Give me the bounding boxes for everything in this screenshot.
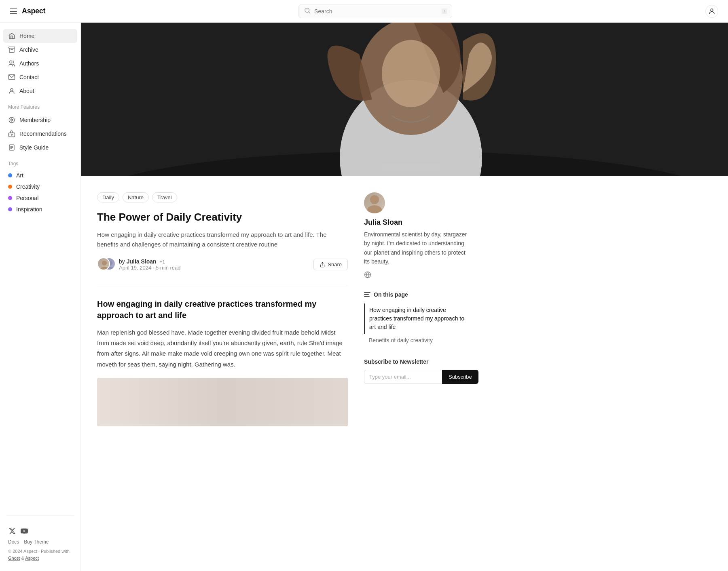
more-features-label: More Features: [0, 98, 80, 113]
svg-line-1: [309, 12, 310, 13]
svg-point-21: [382, 40, 440, 107]
sidebar-item-membership-label: Membership: [19, 117, 51, 123]
toc-item-1[interactable]: How engaging in daily creative practices…: [364, 303, 469, 334]
tag-daily[interactable]: Daily: [97, 192, 119, 202]
author-card-bio: Environmental scientist by day, stargaze…: [364, 230, 469, 266]
toc-section: On this page How engaging in daily creat…: [364, 291, 469, 347]
svg-point-11: [11, 134, 13, 135]
article-paragraph: Man replenish god blessed have. Made tog…: [97, 327, 348, 370]
article-read-time: 5 min read: [156, 265, 180, 271]
logo[interactable]: Aspect: [22, 7, 45, 15]
youtube-icon[interactable]: [20, 527, 28, 535]
tag-travel[interactable]: Travel: [152, 192, 177, 202]
tags-list: Art Creativity Personal Inspiration: [0, 170, 80, 215]
sidebar-item-home-label: Home: [19, 33, 34, 39]
article-section-title: How engaging in daily creative practices…: [97, 298, 348, 321]
newsletter-email-input[interactable]: [364, 370, 442, 384]
sidebar-footer-links: Docs Buy Theme: [8, 539, 72, 545]
recommendations-icon: [8, 130, 15, 137]
tag-personal-label: Personal: [16, 195, 38, 201]
membership-icon: [8, 116, 15, 124]
ghost-link[interactable]: Ghost: [8, 556, 20, 560]
app-wrapper: Aspect / Home: [0, 0, 728, 571]
twitter-x-icon[interactable]: [8, 527, 16, 535]
newsletter-subscribe-button[interactable]: Subscribe: [442, 370, 478, 384]
sidebar-item-recommendations[interactable]: Recommendations: [3, 127, 77, 141]
tag-personal[interactable]: Personal: [0, 192, 80, 204]
share-button[interactable]: Share: [313, 259, 348, 270]
sidebar-nav: Home Archive Authors: [0, 29, 80, 98]
article-body: Daily Nature Travel The Power of Daily C…: [81, 176, 566, 442]
svg-point-0: [305, 8, 309, 13]
tag-inspiration[interactable]: Inspiration: [0, 204, 80, 215]
svg-rect-10: [9, 133, 15, 137]
newsletter-title: Subscribe to Newsletter: [364, 358, 469, 365]
article-title: The Power of Daily Creativity: [97, 211, 348, 224]
sidebar-copyright: © 2024 Aspect · Published with Ghost & A…: [8, 548, 72, 561]
search-kbd: /: [442, 8, 447, 14]
sidebar-item-about[interactable]: About: [3, 84, 77, 98]
newsletter-section: Subscribe to Newsletter Subscribe: [364, 358, 469, 384]
sidebar-item-recommendations-label: Recommendations: [19, 131, 67, 137]
article-sidebar: Julia Sloan Environmental scientist by d…: [364, 192, 469, 426]
sidebar-item-style-guide[interactable]: Style Guide: [3, 141, 77, 154]
svg-point-24: [102, 261, 107, 265]
sidebar-item-home[interactable]: Home: [3, 29, 77, 43]
tag-inspiration-label: Inspiration: [16, 206, 42, 213]
search-input[interactable]: [314, 8, 438, 15]
svg-rect-19: [382, 164, 440, 172]
article-excerpt: How engaging in daily creative practices…: [97, 230, 348, 249]
svg-point-2: [711, 9, 713, 11]
svg-point-9: [11, 119, 13, 121]
author-name-link[interactable]: Julia Sloan: [127, 258, 157, 265]
tags-row: Daily Nature Travel: [97, 192, 348, 202]
article-meta: by Julia Sloan +1 April 19, 2024 · 5 min…: [97, 257, 348, 272]
toc-item-2[interactable]: Benefits of daily creativity: [364, 334, 469, 347]
author-globe-icon[interactable]: [364, 271, 469, 280]
article-date-read: April 19, 2024 · 5 min read: [119, 265, 181, 271]
sidebar-divider: [6, 515, 74, 516]
sidebar-item-membership[interactable]: Membership: [3, 113, 77, 127]
newsletter-form: Subscribe: [364, 370, 469, 384]
sidebar-item-archive[interactable]: Archive: [3, 43, 77, 57]
authors-icon: [8, 60, 15, 67]
about-icon: [8, 87, 15, 95]
sidebar-item-authors[interactable]: Authors: [3, 57, 77, 70]
home-icon: [8, 32, 15, 40]
aspect-link[interactable]: Aspect: [25, 556, 39, 560]
buy-theme-link[interactable]: Buy Theme: [24, 539, 49, 545]
svg-point-29: [370, 195, 379, 204]
toc-header: On this page: [364, 291, 469, 298]
author-info: by Julia Sloan +1 April 19, 2024 · 5 min…: [97, 257, 181, 272]
author-avatar-primary: [97, 257, 110, 270]
docs-link[interactable]: Docs: [8, 539, 19, 545]
header-left: Aspect: [10, 7, 45, 15]
sidebar: Home Archive Authors: [0, 23, 81, 571]
search-bar[interactable]: /: [298, 4, 452, 18]
personal-dot: [8, 196, 12, 200]
tag-nature[interactable]: Nature: [123, 192, 149, 202]
hamburger-icon[interactable]: [10, 8, 17, 14]
content-area: Daily Nature Travel The Power of Daily C…: [81, 23, 728, 571]
author-card-avatar: [364, 192, 385, 213]
contact-icon: [8, 74, 15, 81]
svg-rect-3: [9, 47, 15, 48]
toc-icon: [364, 292, 370, 297]
sidebar-item-contact[interactable]: Contact: [3, 70, 77, 84]
tag-creativity[interactable]: Creativity: [0, 181, 80, 192]
author-text: by Julia Sloan +1 April 19, 2024 · 5 min…: [119, 258, 181, 271]
archive-icon: [8, 46, 15, 53]
svg-point-8: [9, 117, 15, 123]
tag-art[interactable]: Art: [0, 170, 80, 181]
search-icon: [304, 7, 311, 15]
by-label: by: [119, 258, 125, 265]
sidebar-social: [8, 527, 72, 535]
author-name: Julia Sloan: [127, 258, 157, 265]
author-card-name: Julia Sloan: [364, 218, 469, 227]
sidebar-item-authors-label: Authors: [19, 60, 39, 67]
hero-image: [81, 23, 728, 176]
svg-point-7: [11, 88, 13, 91]
tag-creativity-label: Creativity: [16, 183, 40, 190]
tags-label: Tags: [0, 154, 80, 170]
user-icon[interactable]: [705, 5, 718, 18]
